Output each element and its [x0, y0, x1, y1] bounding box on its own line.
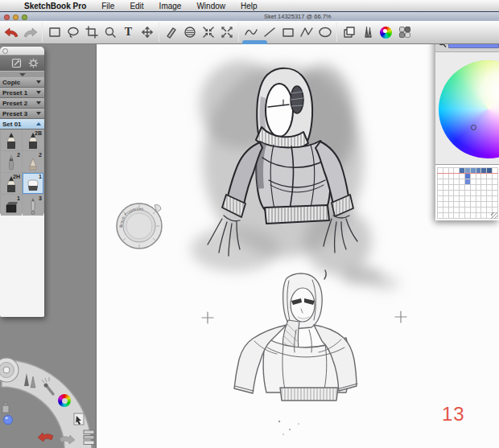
- swatch-cell[interactable]: [471, 196, 476, 202]
- swatch-cell[interactable]: [465, 196, 471, 202]
- swatch-cell[interactable]: [481, 202, 487, 208]
- swatch-cell[interactable]: [487, 191, 493, 196]
- swatch-cell[interactable]: [454, 202, 460, 208]
- swatch-cell[interactable]: [454, 213, 460, 219]
- swatch-cell[interactable]: [438, 174, 443, 179]
- swatch-cell[interactable]: [471, 208, 476, 213]
- brush-pen-2[interactable]: 2: [1, 151, 22, 172]
- swatch-cell[interactable]: [460, 208, 465, 213]
- redo-icon[interactable]: [21, 23, 39, 42]
- swatch-cell[interactable]: [443, 191, 449, 196]
- swatches-icon[interactable]: [395, 23, 414, 42]
- swatch-cell[interactable]: [476, 213, 482, 219]
- brush-pencil-2h[interactable]: 2H: [1, 173, 22, 194]
- swatch-cell[interactable]: [476, 208, 482, 213]
- brush-group-copic[interactable]: Copic: [0, 77, 44, 88]
- brush-group-set01[interactable]: Set 01: [0, 119, 44, 129]
- swatch-cell[interactable]: [476, 202, 482, 208]
- swatch-cell[interactable]: [481, 179, 487, 185]
- color-selector-dot[interactable]: [471, 125, 476, 130]
- swatch-cell[interactable]: [443, 185, 449, 191]
- swatch-cell[interactable]: [487, 196, 493, 202]
- swatch-cell[interactable]: [449, 213, 455, 219]
- swatch-cell[interactable]: [476, 179, 482, 185]
- swatch-cell[interactable]: [487, 185, 493, 191]
- swatch-cell[interactable]: [438, 191, 443, 196]
- rect-select-icon[interactable]: [45, 23, 64, 42]
- window-title-bar[interactable]: Sket 14325317 @ 66.7%: [0, 11, 499, 21]
- brush-group-preset1[interactable]: Preset 1: [0, 88, 44, 98]
- swatch-cell[interactable]: [449, 202, 455, 208]
- swatch-cell[interactable]: [438, 202, 443, 208]
- zoom-icon[interactable]: [101, 23, 119, 42]
- swatch-cell[interactable]: [487, 179, 493, 185]
- brush-block-1[interactable]: 1: [1, 195, 22, 216]
- close-button[interactable]: [4, 14, 10, 20]
- swatch-cell[interactable]: [487, 202, 493, 208]
- swatch-cell[interactable]: [449, 179, 455, 185]
- swatch-cell[interactable]: [449, 191, 455, 196]
- swatch-cell[interactable]: [454, 174, 460, 179]
- swatch-cell[interactable]: [465, 174, 471, 179]
- line-tool-icon[interactable]: [260, 23, 278, 42]
- shrink-icon[interactable]: [199, 23, 217, 42]
- swatch-cell[interactable]: [481, 191, 487, 196]
- swatch-cell[interactable]: [449, 208, 455, 213]
- brush-eraser-selected[interactable]: 1: [23, 173, 43, 194]
- menu-image[interactable]: Image: [159, 2, 182, 10]
- swatch-cell[interactable]: [493, 191, 498, 196]
- swatch-cell[interactable]: [443, 202, 449, 208]
- swatch-cell[interactable]: [465, 208, 471, 213]
- curve-tool-icon[interactable]: [241, 23, 260, 42]
- lasso-select-icon[interactable]: [64, 23, 82, 42]
- swatch-cell[interactable]: [460, 174, 465, 179]
- menu-app[interactable]: SketchBook Pro: [24, 2, 86, 10]
- swatch-cell[interactable]: [493, 202, 498, 208]
- panel-collapse-handle[interactable]: [0, 71, 44, 77]
- swatch-cell[interactable]: [449, 196, 455, 202]
- swatch-cell[interactable]: [493, 196, 498, 202]
- ellipse-tool-icon[interactable]: [315, 23, 334, 42]
- panel-close-icon[interactable]: [2, 48, 8, 54]
- swatch-cell[interactable]: [471, 185, 476, 191]
- swatch-cell[interactable]: [471, 174, 476, 179]
- brush-group-preset3[interactable]: Preset 3: [0, 109, 44, 119]
- brush-group-preset2[interactable]: Preset 2: [0, 98, 44, 109]
- rectangle-tool-icon[interactable]: [278, 23, 297, 42]
- menu-edit[interactable]: Edit: [130, 2, 143, 10]
- brush-airbrush-3[interactable]: 3: [23, 195, 43, 216]
- swatch-cell[interactable]: [493, 179, 498, 185]
- brush-palette-title-bar[interactable]: [0, 47, 44, 55]
- marker-icon[interactable]: [162, 23, 180, 42]
- scatter-icon[interactable]: [217, 23, 236, 42]
- swatch-cell[interactable]: [454, 191, 460, 196]
- blend-icon[interactable]: [180, 23, 199, 42]
- swatch-cell[interactable]: [438, 196, 443, 202]
- swatch-cell[interactable]: [449, 174, 455, 179]
- brush-stump-2[interactable]: 2: [23, 151, 43, 172]
- swatch-cell[interactable]: [471, 202, 476, 208]
- brush-pencil[interactable]: [1, 129, 22, 150]
- text-tool-icon[interactable]: T: [119, 23, 138, 42]
- swatch-cell[interactable]: [443, 213, 449, 219]
- brush-pencil-2b[interactable]: 2B: [23, 129, 43, 150]
- swatch-cell[interactable]: [481, 185, 487, 191]
- swatch-cell[interactable]: [460, 202, 465, 208]
- undo-icon[interactable]: [2, 23, 21, 42]
- minimize-button[interactable]: [13, 14, 19, 20]
- brush-palette-icon[interactable]: [358, 23, 377, 42]
- swatch-cell[interactable]: [471, 191, 476, 196]
- swatch-cell[interactable]: [465, 191, 471, 196]
- polyline-tool-icon[interactable]: [297, 23, 315, 42]
- color-wheel[interactable]: [439, 60, 499, 158]
- brush-properties-puck[interactable]: Brush Properties: [115, 197, 165, 251]
- swatch-cell[interactable]: [443, 174, 449, 179]
- swatch-cell[interactable]: [471, 213, 476, 219]
- swatch-cell[interactable]: [438, 213, 443, 219]
- swatch-cell[interactable]: [481, 196, 487, 202]
- swatch-cell[interactable]: [449, 185, 455, 191]
- layers-icon[interactable]: [340, 23, 358, 42]
- swatch-cell[interactable]: [460, 213, 465, 219]
- swatch-cell[interactable]: [465, 179, 471, 185]
- swatch-cell[interactable]: [476, 185, 482, 191]
